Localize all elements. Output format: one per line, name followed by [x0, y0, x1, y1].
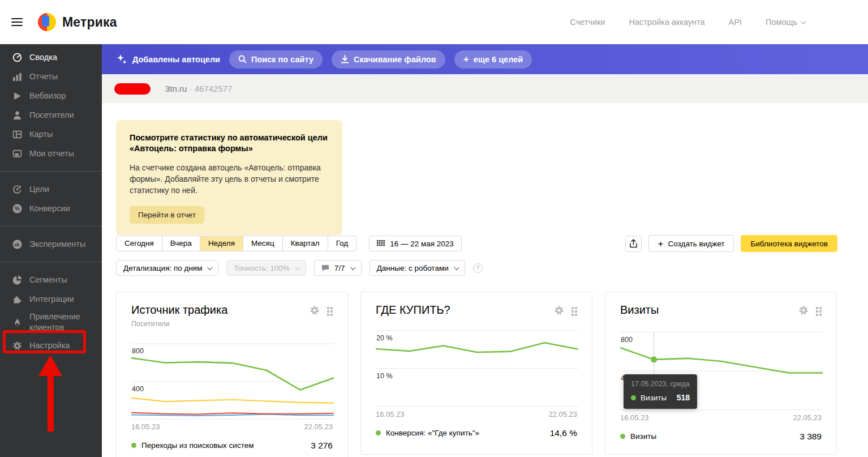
widget-drag-handle-icon[interactable]	[571, 307, 577, 316]
sidebar-item-conversions[interactable]: % Конверсии	[0, 199, 102, 218]
brand-name: Метрика	[62, 15, 117, 30]
person-icon	[12, 110, 22, 120]
autogoal-notice-card: Посмотрите статистику по автоматической …	[116, 120, 342, 235]
sidebar-item-webvisor[interactable]: Вебвизор	[0, 86, 102, 105]
widget-settings-gear-icon[interactable]	[798, 305, 809, 318]
red-highlight-box	[3, 330, 86, 353]
nav-api[interactable]: API	[729, 18, 742, 27]
redacted-counter-name	[114, 83, 151, 95]
legend-row[interactable]: Визиты 3 389	[620, 432, 822, 442]
ab-test-icon: ab	[12, 240, 22, 249]
red-arrow-shaft	[48, 375, 54, 432]
legend-row[interactable]: Конверсия: «"Где купить"» 14,6 %	[376, 428, 577, 438]
widget-traffic-source: Источник трафика Посетители 800400 16.05…	[116, 292, 348, 457]
sidebar-divider	[0, 226, 102, 227]
download-icon	[341, 55, 349, 63]
svg-text:%: %	[15, 206, 20, 212]
widget-title: ГДЕ КУПИТЬ?	[376, 304, 450, 317]
export-icon	[629, 239, 638, 248]
tooltip-date: 17.05.2023, среда	[631, 380, 690, 388]
metrika-logo[interactable]: Метрика	[37, 12, 117, 32]
sidebar-item-segments[interactable]: Сегменты	[0, 270, 102, 289]
widget-drag-handle-icon[interactable]	[327, 307, 333, 316]
chevron-down-icon	[801, 19, 806, 24]
x-axis-labels: 16.05.23 22.05.23	[376, 410, 577, 418]
legend-value: 3 389	[800, 432, 822, 442]
comment-bubble-icon	[321, 264, 329, 272]
goal-icon	[12, 185, 22, 194]
flame-icon	[12, 318, 22, 327]
date-range-button[interactable]: 16 — 22 мая 2023	[369, 236, 462, 251]
sidebar-item-reports[interactable]: Отчеты	[0, 67, 102, 86]
bar-chart-icon	[12, 72, 22, 82]
widget-settings-gear-icon[interactable]	[554, 305, 564, 318]
svg-text:10 %: 10 %	[376, 372, 393, 380]
legend-dot	[620, 434, 625, 439]
comments-days-dropdown[interactable]: 7/7	[314, 260, 362, 276]
sidebar-item-summary[interactable]: Сводка	[0, 48, 102, 67]
play-icon	[12, 91, 22, 101]
tooltip-label: Визиты	[641, 394, 667, 402]
goal-pill-more-goals[interactable]: + еще 6 целей	[454, 50, 532, 69]
sidebar-item-goals[interactable]: Цели	[0, 180, 102, 199]
nav-account-settings[interactable]: Настройка аккаунта	[629, 18, 704, 27]
widget-drag-handle-icon[interactable]	[816, 307, 822, 316]
accuracy-dropdown[interactable]: Точность: 100%	[226, 260, 306, 276]
sidebar-item-integrations[interactable]: Интеграции	[0, 289, 102, 309]
widget-visits: Визиты 800400 16.05.23 22.05.23 Визиты 3…	[605, 292, 837, 455]
data-mode-dropdown[interactable]: Данные: с роботами	[369, 260, 465, 276]
metrika-logo-icon	[37, 12, 57, 32]
sidebar-item-visitors[interactable]: Посетители	[0, 105, 102, 125]
legend-dot	[131, 443, 136, 448]
help-icon[interactable]: ?	[473, 263, 483, 273]
legend-row[interactable]: Переходы из поисковых систем 3 276	[131, 441, 333, 451]
chevron-down-icon	[207, 264, 213, 270]
period-tabs: Сегодня Вчера Неделя Месяц Квартал Год	[116, 236, 356, 251]
sidebar: Сводка Отчеты Вебвизор Посетители Карты …	[0, 44, 102, 457]
notice-body: На счетчике создана автоцель «Автоцель: …	[130, 162, 329, 196]
autogoals-bar: Добавлены автоцели Поиск по сайту Скачив…	[102, 44, 868, 74]
red-arrow-annotation	[38, 355, 62, 376]
notice-title: Посмотрите статистику по автоматической …	[130, 133, 329, 154]
tab-year[interactable]: Год	[328, 236, 357, 251]
hamburger-menu-icon[interactable]	[11, 16, 23, 28]
sidebar-item-maps[interactable]: Карты	[0, 125, 102, 144]
create-widget-button[interactable]: + Создать виджет	[648, 235, 734, 252]
svg-text:ab: ab	[14, 241, 20, 247]
sidebar-item-my-reports[interactable]: Мои отчеты	[0, 144, 102, 163]
detailing-dropdown[interactable]: Детализация: по дням	[116, 260, 218, 276]
export-button[interactable]	[625, 236, 642, 252]
chart-tooltip: 17.05.2023, среда Визиты 518	[624, 374, 697, 409]
widget-subtitle: Посетители	[131, 320, 333, 328]
where-to-buy-chart[interactable]: 20 %10 %	[376, 322, 578, 409]
widget-library-button[interactable]: Библиотека виджетов	[741, 235, 837, 252]
sidebar-divider	[0, 262, 102, 262]
chevron-down-icon	[454, 264, 459, 270]
tab-week[interactable]: Неделя	[200, 236, 243, 251]
x-axis-labels: 16.05.23 22.05.23	[620, 413, 822, 422]
calendar-dots-icon	[377, 240, 385, 247]
pie-chart-icon	[12, 275, 22, 285]
counter-bar: 3tn.ru · 46742577	[102, 74, 868, 103]
go-to-report-button[interactable]: Перейти в отчет	[130, 206, 204, 224]
tab-today[interactable]: Сегодня	[116, 236, 162, 251]
tab-month[interactable]: Месяц	[243, 236, 283, 251]
tooltip-value: 518	[677, 393, 690, 402]
traffic-source-chart[interactable]: 800400	[131, 335, 334, 421]
puzzle-icon	[12, 294, 22, 304]
legend-dot	[376, 430, 381, 435]
tab-yesterday[interactable]: Вчера	[162, 236, 200, 251]
chevron-down-icon	[295, 264, 300, 270]
goal-pill-site-search[interactable]: Поиск по сайту	[229, 50, 323, 69]
nav-help[interactable]: Помощь	[766, 18, 805, 27]
sidebar-divider	[0, 171, 102, 172]
autogoals-label: Добавлены автоцели	[117, 54, 220, 65]
nav-counters[interactable]: Счетчики	[570, 18, 605, 27]
counter-domain-and-id[interactable]: 3tn.ru · 46742577	[165, 84, 232, 93]
legend-value: 14,6 %	[550, 428, 577, 438]
tab-quarter[interactable]: Квартал	[282, 236, 328, 251]
widget-settings-gear-icon[interactable]	[310, 305, 320, 318]
goal-pill-file-download[interactable]: Скачивание файлов	[332, 50, 445, 69]
sidebar-item-experiments[interactable]: ab Эксперименты	[0, 234, 102, 254]
top-header: Метрика Счетчики Настройка аккаунта API …	[0, 0, 868, 44]
